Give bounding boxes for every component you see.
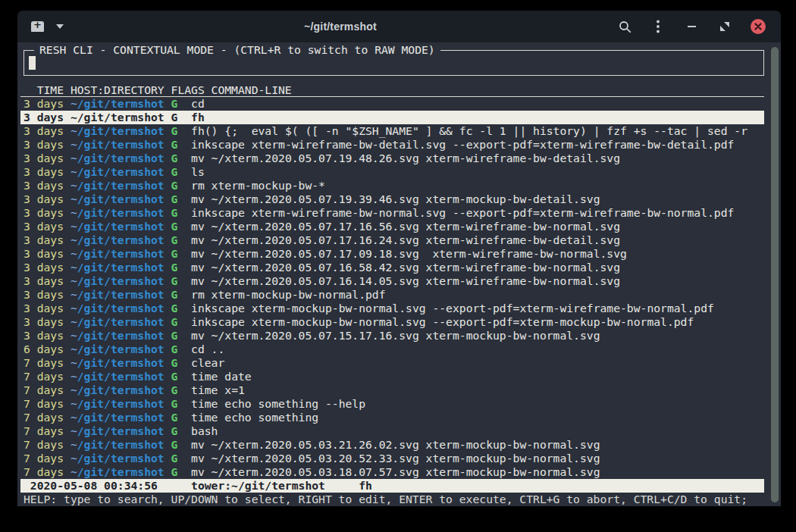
host-dir: /git/termshot xyxy=(77,261,165,274)
search-box[interactable]: RESH CLI - CONTEXTUAL MODE - (CTRL+R to … xyxy=(24,50,764,76)
scrollbar-thumb[interactable] xyxy=(771,47,779,502)
flag-badge: G xyxy=(171,206,178,219)
history-time: 3 days xyxy=(24,302,64,315)
host-dir: /git/termshot xyxy=(77,138,165,151)
command-text: inkscape xterm-mockup-bw-normal.svg --ex… xyxy=(191,302,714,315)
history-row[interactable]: 3 days ~/git/termshot G cd xyxy=(20,97,764,111)
host-dir-tilde: ~ xyxy=(71,247,77,260)
flag-badge: G xyxy=(171,302,178,315)
flag-badge: G xyxy=(171,452,178,465)
history-row[interactable]: 3 days ~/git/termshot G inkscape xterm-m… xyxy=(20,302,764,315)
history-row[interactable]: 6 days ~/git/termshot G cd .. xyxy=(20,343,764,356)
chevron-down-icon[interactable] xyxy=(56,24,64,29)
history-time: 3 days xyxy=(24,138,64,151)
host-dir: /git/termshot xyxy=(77,111,165,124)
terminal-content: RESH CLI - CONTEXTUAL MODE - (CTRL+R to … xyxy=(17,42,781,506)
host-dir-tilde: ~ xyxy=(71,411,77,424)
history-time: 3 days xyxy=(24,124,64,137)
command-text: inkscape xterm-wireframe-bw-normal.svg -… xyxy=(191,206,734,219)
host-dir-tilde: ~ xyxy=(71,97,77,110)
host-dir: /git/termshot xyxy=(77,329,165,342)
host-dir: /git/termshot xyxy=(77,383,165,396)
host-dir-tilde: ~ xyxy=(71,356,77,369)
history-row[interactable]: 3 days ~/git/termshot G inkscape xterm-w… xyxy=(20,206,764,220)
history-time: 3 days xyxy=(24,247,64,260)
history-row[interactable]: 3 days ~/git/termshot G ls xyxy=(20,165,764,179)
minimize-icon xyxy=(688,26,696,27)
new-tab-button[interactable] xyxy=(31,21,44,32)
history-list: 3 days ~/git/termshot G cd3 days ~/git/t… xyxy=(24,97,764,479)
history-row[interactable]: 7 days ~/git/termshot G time echo someth… xyxy=(20,397,764,411)
history-row[interactable]: 3 days ~/git/termshot G mv ~/xterm.2020.… xyxy=(20,192,764,206)
history-row[interactable]: 7 days ~/git/termshot G time date xyxy=(20,370,764,383)
search-icon[interactable] xyxy=(617,19,632,34)
history-time: 3 days xyxy=(24,220,64,233)
host-dir: /git/termshot xyxy=(77,465,165,478)
history-row[interactable]: 7 days ~/git/termshot G mv ~/xterm.2020.… xyxy=(20,452,764,465)
history-row[interactable]: 7 days ~/git/termshot G bash xyxy=(20,424,764,438)
flag-badge: G xyxy=(171,152,178,164)
command-text: mv ~/xterm.2020.05.07.19.48.26.svg xterm… xyxy=(191,152,620,164)
flag-badge: G xyxy=(171,343,178,355)
host-dir-tilde: ~ xyxy=(71,329,77,342)
host-dir-tilde: ~ xyxy=(71,124,77,137)
history-time: 3 days xyxy=(24,315,64,328)
history-row[interactable]: 3 days ~/git/termshot G inkscape xterm-w… xyxy=(20,138,764,152)
history-row[interactable]: 3 days ~/git/termshot G mv ~/xterm.2020.… xyxy=(20,220,764,233)
flag-badge: G xyxy=(171,315,178,328)
text-cursor xyxy=(29,56,36,70)
history-row[interactable]: 7 days ~/git/termshot G time echo someth… xyxy=(20,411,764,424)
history-row[interactable]: 3 days ~/git/termshot G mv ~/xterm.2020.… xyxy=(20,261,764,274)
history-row[interactable]: 7 days ~/git/termshot G mv ~/xterm.2020.… xyxy=(20,465,764,479)
command-text: mv ~/xterm.2020.05.07.17.16.56.svg xterm… xyxy=(191,220,620,233)
history-row[interactable]: 3 days ~/git/termshot G mv ~/xterm.2020.… xyxy=(20,247,764,261)
command-text: fh() {; eval $( ([ -n "$ZSH_NAME" ] && f… xyxy=(191,124,747,137)
history-row[interactable]: 3 days ~/git/termshot G mv ~/xterm.2020.… xyxy=(20,274,764,288)
history-row[interactable]: 7 days ~/git/termshot G time x=1 xyxy=(20,383,764,397)
command-text: mv ~/xterm.2020.05.07.16.14.05.svg xterm… xyxy=(191,274,620,287)
history-row[interactable]: 7 days ~/git/termshot G clear xyxy=(20,356,764,370)
search-box-legend: RESH CLI - CONTEXTUAL MODE - (CTRL+R to … xyxy=(34,43,440,57)
host-dir-tilde: ~ xyxy=(71,438,77,451)
minimize-button[interactable] xyxy=(684,19,699,34)
command-text: mv ~/xterm.2020.05.03.18.07.57.svg xterm… xyxy=(191,465,600,478)
history-row[interactable]: 3 days ~/git/termshot G mv ~/xterm.2020.… xyxy=(20,329,764,343)
host-dir: /git/termshot xyxy=(77,97,165,110)
host-dir: /git/termshot xyxy=(77,397,165,410)
flag-badge: G xyxy=(171,370,178,383)
command-text: mv ~/xterm.2020.05.03.21.26.02.svg xterm… xyxy=(191,438,600,451)
host-dir: /git/termshot xyxy=(77,424,165,437)
history-row[interactable]: 3 days ~/git/termshot G rm xterm-mockup-… xyxy=(20,179,764,192)
host-dir: /git/termshot xyxy=(77,179,165,192)
history-time: 7 days xyxy=(24,465,64,478)
history-row[interactable]: 3 days ~/git/termshot G fh() {; eval $( … xyxy=(20,124,764,138)
history-row[interactable]: 3 days ~/git/termshot G fh xyxy=(20,111,764,124)
history-row[interactable]: 3 days ~/git/termshot G mv ~/xterm.2020.… xyxy=(20,152,764,165)
flag-badge: G xyxy=(171,111,178,124)
host-dir: /git/termshot xyxy=(77,233,165,246)
command-text: clear xyxy=(191,356,224,369)
history-row[interactable]: 3 days ~/git/termshot G inkscape xterm-m… xyxy=(20,315,764,329)
titlebar[interactable]: ~/git/termshot xyxy=(17,11,781,42)
help-line: HELP: type to search, UP/DOWN to select,… xyxy=(24,493,781,506)
host-dir-tilde: ~ xyxy=(71,465,77,478)
kebab-menu-icon[interactable] xyxy=(650,19,666,34)
close-button[interactable] xyxy=(751,19,766,34)
flag-badge: G xyxy=(171,233,178,246)
history-row[interactable]: 3 days ~/git/termshot G rm xterm-mockup-… xyxy=(20,288,764,302)
history-row[interactable]: 3 days ~/git/termshot G mv ~/xterm.2020.… xyxy=(20,233,764,247)
restore-button[interactable] xyxy=(717,19,732,34)
command-text: ls xyxy=(191,165,205,178)
flag-badge: G xyxy=(171,97,178,110)
host-dir-tilde: ~ xyxy=(71,424,77,437)
host-dir-tilde: ~ xyxy=(71,261,77,274)
host-dir-tilde: ~ xyxy=(71,397,77,410)
command-text: rm xterm-mockup-bw-* xyxy=(191,179,325,192)
history-time: 7 days xyxy=(24,397,64,410)
close-icon xyxy=(754,23,762,30)
command-text: inkscape xterm-wireframe-bw-detail.svg -… xyxy=(191,138,734,151)
host-dir: /git/termshot xyxy=(77,165,165,178)
history-row[interactable]: 7 days ~/git/termshot G mv ~/xterm.2020.… xyxy=(20,438,764,452)
flag-badge: G xyxy=(171,411,178,424)
host-dir: /git/termshot xyxy=(77,411,165,424)
